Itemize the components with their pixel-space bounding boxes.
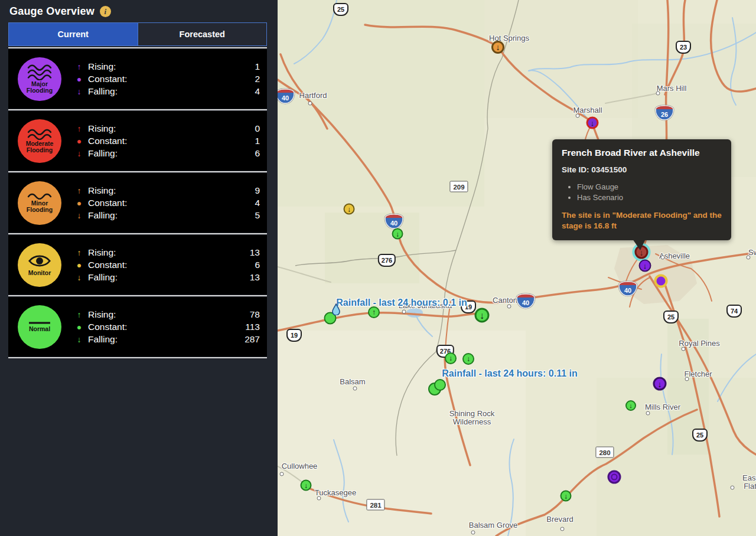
arrow-down-icon: ↓	[73, 149, 85, 158]
map-marker-normal-gauge-8[interactable]: ↓	[625, 400, 636, 411]
app-root: Gauge Overview i Current Forecasted Majo…	[0, 0, 756, 536]
category-rows: ↑Rising:13●Constant:6↓Falling:13	[73, 247, 260, 283]
gauge-category-card-minor: Minor Flooding↑Rising:9●Constant:4↓Falli…	[8, 173, 267, 233]
row-constant: ●Constant:1	[73, 136, 260, 146]
map-marker-major-gauge-south[interactable]: ↓	[653, 377, 667, 391]
gauge-category-card-monitor: Monitor↑Rising:13●Constant:6↓Falling:13	[8, 235, 267, 295]
row-rising: ↑Rising:9	[73, 185, 260, 196]
map-marker-normal-gauge-3[interactable]: ↓	[475, 308, 490, 323]
rising-value: 13	[250, 247, 260, 258]
constant-dot-icon: ●	[73, 136, 85, 146]
town-dot	[317, 496, 321, 501]
rising-value: 1	[255, 61, 260, 72]
rising-label: Rising:	[88, 61, 116, 72]
map-marker-normal-gauge-2[interactable]: ↑	[368, 306, 380, 318]
tooltip-bullet-list: Flow GaugeHas Scenario	[577, 182, 722, 202]
card-divider	[8, 295, 267, 296]
constant-value: 4	[255, 198, 260, 208]
town-dot	[402, 310, 406, 314]
constant-dot-icon: ●	[73, 74, 85, 84]
water-droplet-icon	[331, 303, 341, 318]
constant-label: Constant:	[88, 322, 127, 332]
gauge-category-card-major: Major Flooding↑Rising:1●Constant:2↓Falli…	[8, 49, 267, 109]
falling-value: 5	[255, 210, 260, 221]
constant-label: Constant:	[88, 74, 127, 84]
card-divider	[8, 47, 267, 48]
tooltip-bullet-item: Has Scenario	[577, 193, 722, 202]
map-marker-major-gauge-monitor-ring[interactable]	[654, 274, 668, 288]
tab-forecasted[interactable]: Forecasted	[138, 23, 267, 45]
map-marker-normal-gauge-6[interactable]: ↓	[301, 480, 312, 491]
town-dot	[682, 347, 686, 351]
waves-1-icon	[27, 192, 52, 200]
eye-icon	[28, 253, 51, 269]
map-marker-hot-springs-gauge[interactable]: ↓	[491, 41, 504, 54]
map-marker-normal-gauge-7[interactable]: ↓	[561, 491, 572, 502]
route-shield-74: 74	[726, 305, 742, 318]
town-dot	[656, 91, 660, 96]
line-icon	[28, 321, 51, 325]
map-marker-monitor-gauge-west[interactable]: ↓	[344, 204, 355, 215]
info-icon[interactable]: i	[100, 6, 111, 17]
row-rising: ↑Rising:0	[73, 123, 260, 134]
panel-header: Gauge Overview i	[8, 0, 267, 22]
category-badge-monitor: Monitor	[18, 243, 61, 287]
map-marker-normal-gauge-5[interactable]: ↓	[462, 353, 474, 365]
town-dot	[747, 256, 751, 260]
category-badge-label: Minor Flooding	[27, 200, 53, 214]
tooltip-pointer	[633, 239, 646, 250]
town-dot	[280, 472, 284, 476]
tooltip-site-id: Site ID: 03451500	[562, 165, 722, 174]
rainfall-label-1: Rainfall - last 24 hours: 0.1 in	[336, 298, 467, 308]
rainfall-label-2: Rainfall - last 24 hours: 0.11 in	[442, 368, 577, 379]
row-constant: ●Constant:113	[73, 322, 260, 332]
constant-label: Constant:	[88, 198, 127, 208]
map-marker-major-gauge-asheville[interactable]: ↓	[639, 260, 651, 272]
arrow-up-icon: ↑	[73, 62, 85, 71]
map-marker-major-gauge-constant[interactable]	[608, 470, 621, 484]
map-marker-normal-gauge-1[interactable]: ↓	[392, 228, 403, 240]
row-constant: ●Constant:2	[73, 74, 260, 84]
card-divider	[8, 233, 267, 234]
falling-label: Falling:	[88, 148, 118, 159]
map-marker-normal-gauge-cluster[interactable]	[434, 379, 446, 391]
arrow-up-icon: ↑	[73, 124, 85, 133]
gauge-category-list: Major Flooding↑Rising:1●Constant:2↓Falli…	[8, 47, 267, 358]
route-shield-209: 209	[449, 181, 468, 192]
panel-title: Gauge Overview	[9, 5, 94, 18]
map-canvas[interactable]: Hot SpringsHartfordMarshallMars HillAshe…	[278, 0, 756, 536]
rising-label: Rising:	[88, 247, 116, 258]
category-rows: ↑Rising:9●Constant:4↓Falling:5	[73, 185, 260, 221]
rising-value: 78	[250, 309, 260, 320]
waves-3-icon	[27, 64, 52, 80]
gauge-overview-panel: Gauge Overview i Current Forecasted Majo…	[0, 0, 278, 536]
route-shield-25: 25	[692, 429, 708, 442]
route-shield-19: 19	[286, 329, 302, 342]
town-dot	[661, 256, 665, 260]
category-badge-minor: Minor Flooding	[18, 181, 61, 225]
constant-label: Constant:	[88, 136, 127, 146]
row-rising: ↑Rising:13	[73, 247, 260, 258]
tab-current[interactable]: Current	[9, 23, 138, 45]
arrow-up-icon: ↑	[73, 310, 85, 319]
constant-value: 2	[255, 74, 260, 84]
falling-value: 6	[255, 148, 260, 159]
constant-dot-icon: ●	[73, 198, 85, 208]
falling-value: 287	[245, 334, 260, 345]
falling-label: Falling:	[88, 334, 118, 345]
tooltip-status: The site is in "Moderate Flooding" and t…	[562, 210, 722, 231]
town-dot	[731, 486, 735, 490]
town-dot	[308, 102, 312, 106]
town-dot	[685, 377, 689, 381]
category-badge-label: Normal	[29, 326, 50, 332]
route-shield-281: 281	[366, 499, 384, 511]
falling-label: Falling:	[88, 210, 118, 221]
constant-value: 6	[255, 260, 260, 270]
category-badge-label: Major Flooding	[27, 81, 53, 94]
card-divider	[8, 171, 267, 172]
category-badge-moderate: Moderate Flooding	[18, 119, 61, 163]
map-marker-normal-gauge-4[interactable]: ↓	[445, 352, 457, 364]
inner-circle-icon	[611, 474, 618, 481]
route-shield-23: 23	[676, 41, 691, 54]
map-marker-marshall-gauge[interactable]: ↓	[586, 117, 599, 129]
